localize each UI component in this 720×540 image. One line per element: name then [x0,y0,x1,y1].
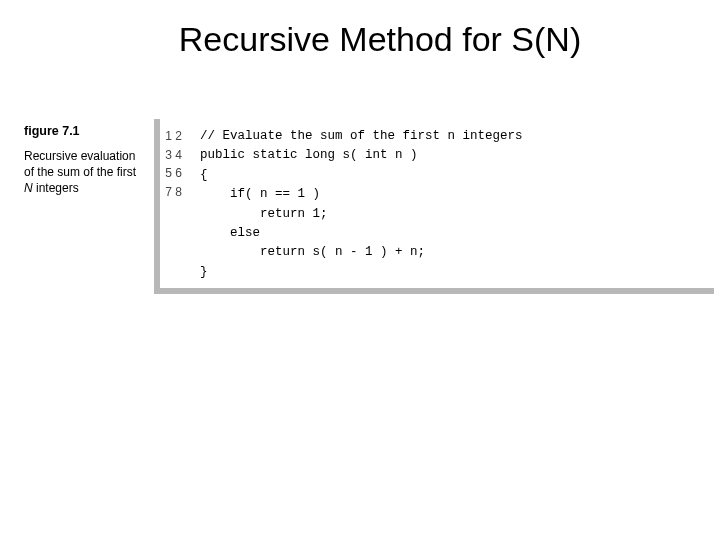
figure-caption-column: figure 7.1 Recursive evaluation of the s… [24,119,154,197]
figure-description: Recursive evaluation of the sum of the f… [24,148,146,197]
code-block: 1 2 3 4 5 6 7 8 // Evaluate the sum of t… [154,119,714,294]
figure-area: figure 7.1 Recursive evaluation of the s… [0,119,720,294]
code-block-wrap: 1 2 3 4 5 6 7 8 // Evaluate the sum of t… [154,119,720,294]
figure-label: figure 7.1 [24,124,146,138]
slide: Recursive Method for S(N) figure 7.1 Rec… [0,0,720,540]
page-title: Recursive Method for S(N) [0,20,720,59]
code-lines: // Evaluate the sum of the first n integ… [200,125,714,282]
line-numbers: 1 2 3 4 5 6 7 8 [160,125,200,282]
